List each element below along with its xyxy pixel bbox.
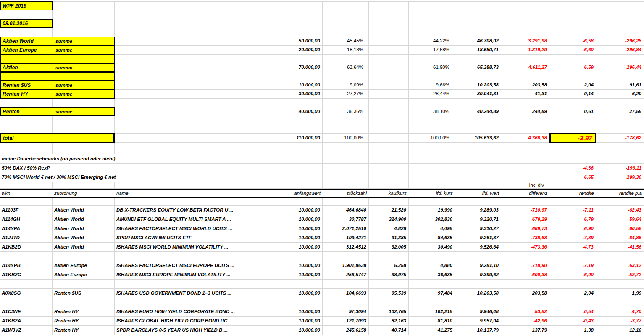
cell-rendite-pa[interactable]: -52,72 bbox=[596, 270, 644, 279]
cell-anfangswert[interactable]: 10.000,00 bbox=[273, 317, 323, 325]
cell-anteil-ist[interactable]: 28,44% bbox=[409, 90, 455, 98]
cell-e-empty[interactable] bbox=[323, 252, 369, 261]
cell-anfangswert[interactable]: 10.000,00 bbox=[273, 261, 323, 270]
cell-k-empty[interactable] bbox=[596, 252, 644, 261]
cell-differenz[interactable]: 41,31 bbox=[501, 90, 549, 98]
header-cell-stueckzahl[interactable]: stückzahl bbox=[323, 190, 369, 197]
cell-rendite[interactable]: -7,19 bbox=[549, 261, 596, 270]
header-cell-rendite-pa[interactable]: rendite p.a bbox=[596, 190, 644, 197]
cell-anfangswert[interactable]: 20.000,00 bbox=[273, 46, 323, 54]
cell-zuordnung[interactable]: Aktien World bbox=[53, 224, 115, 233]
cell-c-empty[interactable] bbox=[115, 143, 273, 154]
cell-b-empty[interactable] bbox=[53, 198, 115, 205]
cell-b-empty[interactable] bbox=[53, 298, 115, 307]
cell-rendite[interactable]: -6,65 bbox=[549, 173, 596, 182]
cell-differenz[interactable]: -718,90 bbox=[501, 261, 549, 270]
cell-f-empty[interactable] bbox=[369, 72, 409, 81]
cell-f-empty[interactable] bbox=[369, 63, 409, 72]
cell-incl-div[interactable]: incl div bbox=[501, 182, 549, 188]
cell-e-empty[interactable] bbox=[323, 298, 369, 307]
cell-j-empty[interactable] bbox=[549, 280, 596, 288]
cell-h-empty[interactable] bbox=[455, 10, 501, 19]
cell-b-empty[interactable] bbox=[53, 10, 115, 19]
cell-wkn[interactable]: A1KB2A bbox=[0, 317, 53, 325]
cell-c-empty[interactable] bbox=[115, 10, 273, 19]
summary-label-cell[interactable]: Renten HYsumme bbox=[0, 89, 115, 99]
cell-f-empty[interactable] bbox=[369, 154, 409, 163]
cell-k-empty[interactable] bbox=[596, 99, 644, 107]
cell-name[interactable]: ISHARES FACTORSELECT MSCI EUROPE UCITS .… bbox=[115, 261, 273, 270]
cell-anteil-ist[interactable]: 100,00% bbox=[409, 134, 455, 142]
cell-lfd-kurs[interactable]: 30,490 bbox=[409, 243, 455, 251]
cell-lfd-wert[interactable]: 105.633,62 bbox=[455, 134, 501, 142]
cell-zuordnung[interactable]: Aktien Europe bbox=[53, 261, 115, 270]
cell-stueckzahl[interactable]: 245,6158 bbox=[323, 326, 369, 335]
cell-i-empty[interactable] bbox=[501, 2, 549, 10]
cell-anfangswert[interactable]: 40.000,00 bbox=[273, 107, 323, 116]
cell-differenz[interactable]: -689,73 bbox=[501, 224, 549, 233]
cell-j-empty[interactable] bbox=[549, 19, 596, 28]
cell-wkn[interactable]: A1KB2D bbox=[0, 243, 53, 251]
cell-g-empty[interactable] bbox=[409, 298, 455, 307]
cell-f-empty[interactable] bbox=[369, 143, 409, 154]
cell-g-empty[interactable] bbox=[409, 164, 455, 173]
cell-kaufkurs[interactable]: 21,520 bbox=[369, 206, 409, 215]
cell-a-empty[interactable] bbox=[0, 125, 53, 133]
summary-label-cell[interactable]: Rentensumme bbox=[0, 107, 115, 116]
cell-rendite[interactable]: 2,04 bbox=[549, 81, 596, 89]
cell-lfd-wert[interactable]: 9.526,64 bbox=[455, 243, 501, 251]
cell-c-empty[interactable] bbox=[115, 72, 273, 81]
cell-f-empty[interactable] bbox=[369, 37, 409, 45]
cell-g-empty[interactable] bbox=[409, 143, 455, 154]
cell-rendite-pa[interactable]: -178,62 bbox=[596, 134, 644, 142]
cell-rendite-pa[interactable]: -296,28 bbox=[596, 37, 644, 45]
cell-rendite[interactable]: -6,90 bbox=[549, 224, 596, 233]
cell-e-empty[interactable] bbox=[323, 99, 369, 107]
cell-h-empty[interactable] bbox=[455, 99, 501, 107]
cell-j-empty[interactable] bbox=[549, 116, 596, 125]
cell-rendite-pa[interactable]: -296,44 bbox=[596, 63, 644, 72]
cell-k-empty[interactable] bbox=[596, 125, 644, 133]
cell-rendite-pa[interactable]: -296,84 bbox=[596, 46, 644, 54]
cell-f-empty[interactable] bbox=[369, 125, 409, 133]
cell-anfangswert[interactable]: 10.000,00 bbox=[273, 233, 323, 242]
cell-differenz[interactable]: -710,97 bbox=[501, 206, 549, 215]
cell-lfd-wert[interactable]: 9.399,62 bbox=[455, 270, 501, 279]
cell-wkn[interactable]: A114GH bbox=[0, 215, 53, 224]
cell-i-empty[interactable] bbox=[501, 173, 549, 182]
cell-e-empty[interactable] bbox=[323, 19, 369, 28]
cell-f-empty[interactable] bbox=[369, 198, 409, 205]
cell-d-empty[interactable] bbox=[273, 154, 323, 163]
cell-j-empty[interactable] bbox=[549, 2, 596, 10]
cell-h-empty[interactable] bbox=[455, 125, 501, 133]
cell-differenz[interactable]: 203,58 bbox=[501, 289, 549, 298]
cell-differenz[interactable]: 4.366,38 bbox=[501, 134, 549, 142]
cell-anteil-plan[interactable]: 9,09% bbox=[323, 81, 369, 89]
cell-anfangswert[interactable]: 10.000,00 bbox=[273, 206, 323, 215]
cell-c-empty[interactable] bbox=[115, 107, 273, 116]
cell-e-empty[interactable] bbox=[323, 182, 369, 188]
cell-k-empty[interactable] bbox=[596, 28, 644, 37]
cell-e-empty[interactable] bbox=[323, 72, 369, 81]
cell-differenz[interactable]: 4.611,27 bbox=[501, 63, 549, 72]
cell-benchmark-name[interactable]: 50% DAX / 50% RexP bbox=[0, 164, 115, 173]
cell-lfd-kurs[interactable]: 302,830 bbox=[409, 215, 455, 224]
cell-rendite[interactable]: -4,73 bbox=[549, 243, 596, 251]
cell-e-empty[interactable] bbox=[323, 280, 369, 288]
cell-c-empty[interactable] bbox=[115, 46, 273, 54]
cell-lfd-kurs[interactable]: 36,635 bbox=[409, 270, 455, 279]
cell-kaufkurs[interactable]: 32,005 bbox=[369, 243, 409, 251]
cell-stueckzahl[interactable]: 109,4271 bbox=[323, 233, 369, 242]
cell-wkn[interactable]: A1C3NE bbox=[0, 307, 53, 316]
cell-e-empty[interactable] bbox=[323, 28, 369, 37]
cell-e-empty[interactable] bbox=[323, 143, 369, 154]
cell-rendite-pa[interactable]: 91,61 bbox=[596, 81, 644, 89]
cell-rendite-pa[interactable]: 1,99 bbox=[596, 289, 644, 298]
cell-rendite[interactable]: -6,60 bbox=[549, 46, 596, 54]
header-cell-rendite[interactable]: rendite bbox=[549, 190, 596, 197]
cell-rendite-pa[interactable]: -299,30 bbox=[596, 173, 644, 182]
cell-a-empty[interactable] bbox=[0, 143, 53, 154]
cell-rendite-pa[interactable]: 12,10 bbox=[596, 326, 644, 335]
cell-e-empty[interactable] bbox=[323, 116, 369, 125]
cell-c-empty[interactable] bbox=[115, 298, 273, 307]
